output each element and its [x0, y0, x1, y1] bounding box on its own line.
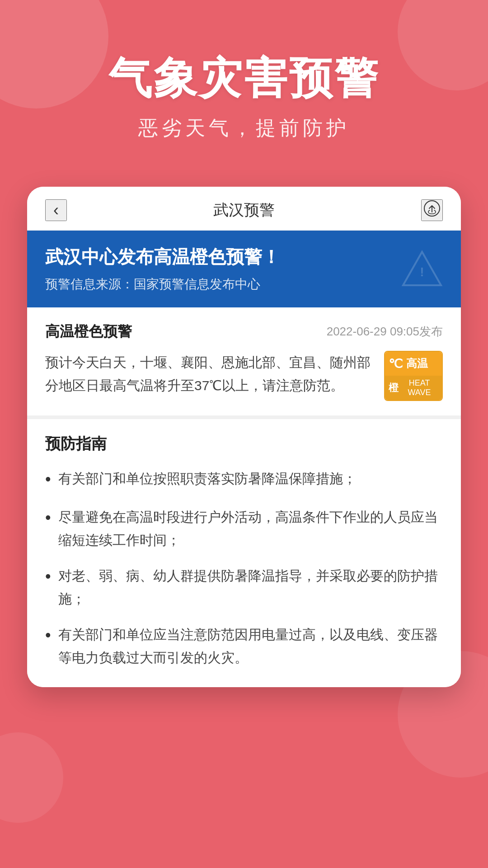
prevention-item: 有关部门和单位应当注意防范因用电量过高，以及电线、变压器等电力负载过大而引发的火…: [45, 623, 443, 669]
bg-decoration-circle-bl: [0, 732, 63, 823]
badge-wave-text: HEAT WAVE: [400, 378, 438, 397]
alert-timestamp: 2022-06-29 09:05发布: [327, 324, 443, 340]
alert-banner: 武汉中心发布高温橙色预警！ 预警信息来源：国家预警信息发布中心 !: [27, 231, 461, 307]
phone-navbar: ‹ 武汉预警: [27, 187, 461, 231]
badge-bottom: 橙 HEAT WAVE: [385, 376, 442, 400]
badge-high-temp-label: 高温: [406, 358, 428, 369]
alert-type-label: 高温橙色预警: [45, 322, 132, 342]
nav-title: 武汉预警: [213, 200, 275, 221]
alert-body-text: 预计今天白天，十堰、襄阳、恩施北部、宜昌、随州部分地区日最高气温将升至37℃以上…: [45, 351, 375, 397]
prevention-item: 有关部门和单位按照职责落实防暑降温保障措施；: [45, 467, 443, 493]
back-icon: ‹: [53, 202, 59, 218]
header-section: 气象灾害预警 恶劣天气，提前防护: [0, 0, 488, 169]
phone-card: ‹ 武汉预警 武汉中心发布高温橙色预警！ 预警信息来源：国家预警信息发布中心 !: [27, 187, 461, 687]
share-button[interactable]: [421, 199, 443, 221]
back-button[interactable]: ‹: [45, 199, 67, 221]
alert-content: 高温橙色预警 2022-06-29 09:05发布 预计今天白天，十堰、襄阳、恩…: [27, 307, 461, 419]
share-icon: [424, 200, 440, 220]
badge-top: ℃ 高温: [385, 352, 442, 376]
warning-triangle-icon: !: [399, 248, 445, 290]
heatwave-badge: ℃ 高温 橙 HEAT WAVE: [384, 351, 443, 401]
prevention-item: 对老、弱、病、幼人群提供防暑降温指导，并采取必要的防护措施；: [45, 564, 443, 610]
svg-text:!: !: [420, 265, 424, 279]
prevention-section: 预防指南 有关部门和单位按照职责落实防暑降温保障措施；尽量避免在高温时段进行户外…: [27, 419, 461, 687]
alert-body-row: 预计今天白天，十堰、襄阳、恩施北部、宜昌、随州部分地区日最高气温将升至37℃以上…: [45, 351, 443, 401]
alert-meta-row: 高温橙色预警 2022-06-29 09:05发布: [45, 322, 443, 342]
prevention-list: 有关部门和单位按照职责落实防暑降温保障措施；尽量避免在高温时段进行户外活动，高温…: [45, 467, 443, 669]
alert-banner-title: 武汉中心发布高温橙色预警！: [45, 245, 443, 269]
alert-banner-source: 预警信息来源：国家预警信息发布中心: [45, 276, 443, 293]
prevention-item: 尽量避免在高温时段进行户外活动，高温条件下作业的人员应当缩短连续工作时间；: [45, 505, 443, 552]
temperature-icon: ℃: [389, 356, 403, 371]
badge-level: 橙: [389, 381, 399, 395]
subtitle: 恶劣天气，提前防护: [27, 115, 461, 142]
main-title: 气象灾害预警: [27, 54, 461, 102]
prevention-title: 预防指南: [45, 434, 443, 454]
